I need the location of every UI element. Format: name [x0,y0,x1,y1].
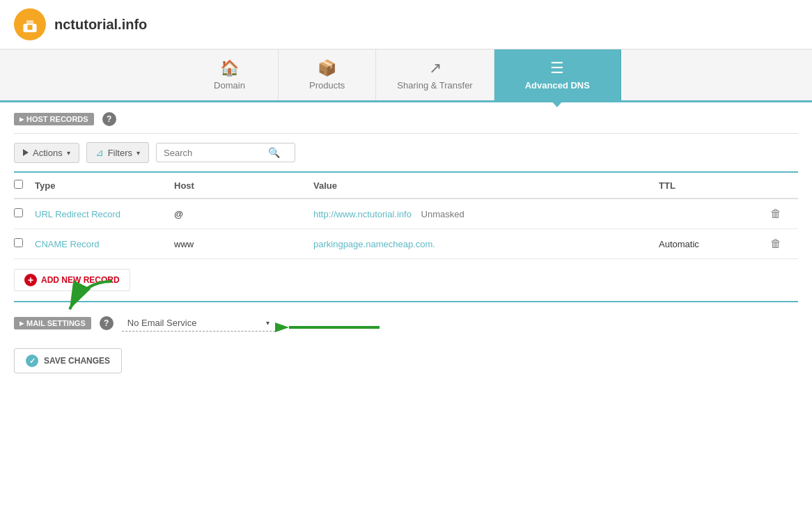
sharing-icon: ↗ [429,59,442,77]
save-changes-button[interactable]: ✓ SAVE CHANGES [14,348,122,373]
mail-settings-label: MAIL SETTINGS [26,319,86,327]
badge-arrow-icon: ▶ [19,116,24,123]
filter-icon: ⊿ [95,147,104,158]
filters-label: Filters [108,148,132,158]
actions-button[interactable]: Actions ▾ [14,143,79,163]
save-section: ✓ SAVE CHANGES [14,343,798,379]
logo-circle [14,8,46,40]
search-input[interactable] [164,148,268,158]
check-circle-icon: ✓ [26,355,38,367]
row2-value-link[interactable]: parkingpage.namecheap.com. [313,239,435,249]
row1-value: http://www.nctutorial.info Unmasked [313,209,659,219]
tab-sharing[interactable]: ↗ Sharing & Transfer [376,49,494,100]
filters-button[interactable]: ⊿ Filters ▾ [86,142,149,163]
mail-settings-header: ▶ MAIL SETTINGS ? No Email Service ▾ [14,315,798,332]
tab-products-label: Products [309,80,345,91]
mail-dropdown-chevron-icon: ▾ [266,319,270,327]
actions-chevron-icon: ▾ [67,149,70,157]
table-row: URL Redirect Record @ http://www.nctutor… [14,199,798,229]
mail-badge-arrow-icon: ▶ [19,320,24,327]
svg-rect-1 [26,20,33,25]
row1-value-link[interactable]: http://www.nctutorial.info [313,209,412,219]
nav-tabs: 🏠 Domain 📦 Products ↗ Sharing & Transfer… [0,49,812,102]
mail-settings-section: ▶ MAIL SETTINGS ? No Email Service ▾ [14,302,798,391]
row1-host: @ [174,209,313,219]
row2-ttl: Automatic [659,239,770,249]
mail-dropdown[interactable]: No Email Service ▾ [122,315,275,332]
header-host: Host [174,180,313,191]
header-value: Value [313,180,659,191]
play-icon [23,149,29,156]
row2-host: www [174,239,313,249]
search-icon: 🔍 [268,147,280,158]
host-records-badge: ▶ HOST RECORDS [14,113,94,125]
advanced-dns-icon: ☰ [550,59,564,77]
header-ttl: TTL [659,180,770,191]
toolbar: Actions ▾ ⊿ Filters ▾ 🔍 [14,134,798,173]
plus-circle-icon: + [24,274,37,286]
tab-advanced-dns[interactable]: ☰ Advanced DNS [494,49,621,100]
table-row: CNAME Record www parkingpage.namecheap.c… [14,229,798,259]
mail-settings-badge: ▶ MAIL SETTINGS [14,317,91,329]
domain-name: nctutorial.info [54,17,147,33]
filters-chevron-icon: ▾ [136,149,140,157]
host-records-header: ▶ HOST RECORDS ? [14,102,798,134]
row2-checkbox[interactable] [14,238,35,249]
tab-products[interactable]: 📦 Products [279,49,376,100]
add-record-label: ADD NEW RECORD [41,275,120,285]
svg-rect-2 [28,25,33,30]
search-box: 🔍 [156,143,295,162]
row2-value: parkingpage.namecheap.com. [313,239,659,249]
save-changes-label: SAVE CHANGES [44,356,110,366]
records-table: Type Host Value TTL URL Redirect Record … [14,173,798,259]
main-content: ▶ HOST RECORDS ? Actions ▾ ⊿ Filters ▾ 🔍… [0,102,812,391]
mail-settings-help-icon[interactable]: ? [100,316,114,330]
actions-label: Actions [33,148,63,158]
row1-value-extra: Unmasked [421,209,464,219]
row2-type[interactable]: CNAME Record [35,239,174,249]
tab-advanced-dns-label: Advanced DNS [525,80,590,91]
tab-sharing-label: Sharing & Transfer [397,80,472,91]
row1-checkbox[interactable] [14,208,35,219]
add-new-record-button[interactable]: + ADD NEW RECORD [14,269,130,291]
tab-domain-label: Domain [214,80,245,91]
header-checkbox[interactable] [14,180,35,191]
logo-icon [21,15,39,33]
table-header: Type Host Value TTL [14,173,798,199]
mail-dropdown-value: No Email Service [127,318,266,328]
tab-active-arrow [552,101,563,107]
row1-type[interactable]: URL Redirect Record [35,209,174,219]
header-type: Type [35,180,174,191]
host-records-help-icon[interactable]: ? [102,112,116,126]
green-arrow-2 [275,315,387,343]
products-icon: 📦 [318,59,336,77]
host-records-label: HOST RECORDS [26,115,88,123]
add-record-section: + ADD NEW RECORD [14,259,798,302]
domain-icon: 🏠 [220,59,239,77]
row2-delete[interactable]: 🗑 [770,238,798,250]
tab-domain[interactable]: 🏠 Domain [181,49,279,100]
row1-delete[interactable]: 🗑 [770,208,798,220]
header: nctutorial.info [0,0,812,49]
